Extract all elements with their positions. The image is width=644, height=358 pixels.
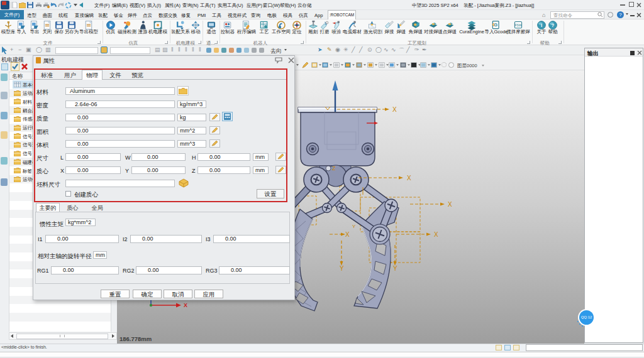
svg-text:X: X: [345, 231, 350, 238]
svg-text:?: ?: [552, 23, 555, 28]
svg-text:X: X: [392, 106, 397, 113]
svg-text:FSW: FSW: [515, 23, 522, 26]
svg-text:X: X: [448, 201, 452, 208]
svg-text:Y: Y: [352, 224, 356, 229]
svg-text:X: X: [407, 175, 411, 182]
svg-text:Y: Y: [393, 265, 397, 272]
svg-text:i: i: [541, 23, 542, 28]
svg-text:Y: Y: [340, 265, 344, 272]
svg-text:X: X: [434, 231, 438, 238]
svg-text:X: X: [184, 302, 187, 308]
svg-text:G: G: [494, 22, 497, 28]
svg-text:Z: Z: [332, 165, 336, 171]
